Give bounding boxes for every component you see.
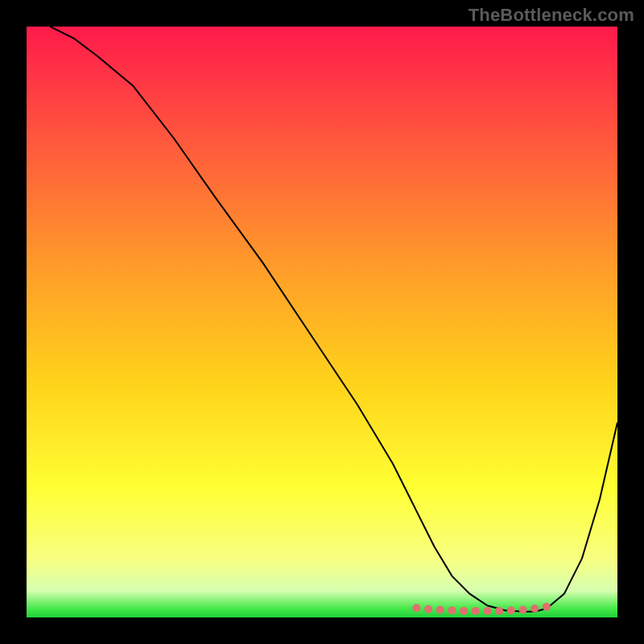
dot bbox=[519, 606, 527, 614]
watermark-text: TheBottleneck.com bbox=[469, 5, 634, 26]
dot bbox=[424, 605, 432, 613]
dot bbox=[460, 607, 468, 615]
dot bbox=[436, 606, 444, 614]
dot bbox=[530, 605, 539, 613]
dot bbox=[543, 603, 551, 611]
dot bbox=[412, 604, 420, 612]
dot bbox=[448, 606, 456, 614]
flat-region-dots bbox=[412, 603, 551, 615]
dot bbox=[495, 607, 503, 615]
chart-frame: TheBottleneck.com bbox=[0, 0, 644, 644]
plot-area bbox=[27, 27, 617, 617]
curve-layer bbox=[27, 27, 617, 617]
curve-path bbox=[50, 27, 617, 612]
dot bbox=[507, 606, 515, 614]
dot bbox=[472, 607, 480, 615]
dot bbox=[484, 607, 492, 615]
